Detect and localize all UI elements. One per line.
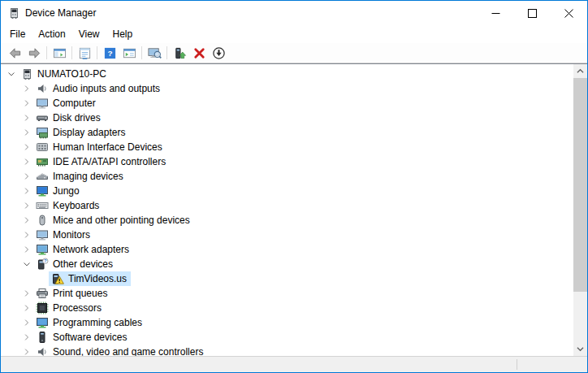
tree-item-display-adapters[interactable]: Display adapters bbox=[1, 125, 573, 140]
chevron-expanded-icon[interactable] bbox=[5, 67, 18, 80]
help-button[interactable]: ? bbox=[100, 44, 119, 62]
computer-device-icon bbox=[20, 67, 33, 80]
chevron-collapsed-icon[interactable] bbox=[20, 155, 33, 168]
forward-button[interactable] bbox=[24, 44, 44, 62]
chevron-collapsed-icon[interactable] bbox=[20, 228, 33, 241]
tree-item-sound-video-and-game-controllers[interactable]: Sound, video and game controllers bbox=[1, 345, 573, 356]
device-manager-window: Device Manager File Action View Help ? N… bbox=[0, 0, 588, 373]
tree-item-processors[interactable]: Processors bbox=[1, 301, 573, 315]
display-adapter-icon bbox=[36, 126, 49, 139]
tree-item-label: Sound, video and game controllers bbox=[53, 346, 205, 356]
tree-item-label: Other devices bbox=[53, 258, 115, 270]
scan-hardware-changes-icon bbox=[148, 46, 162, 60]
toolbar-separator bbox=[71, 46, 72, 59]
tree-item-programming-cables[interactable]: Programming cables bbox=[1, 315, 573, 330]
chevron-collapsed-icon[interactable] bbox=[20, 287, 33, 300]
tree-item-label: Monitors bbox=[53, 229, 93, 241]
tree-item-print-queues[interactable]: Print queues bbox=[1, 286, 573, 301]
programming-cable-icon bbox=[36, 316, 49, 329]
chevron-collapsed-icon[interactable] bbox=[20, 316, 33, 329]
menu-help[interactable]: Help bbox=[106, 26, 140, 42]
tree-item-keyboards[interactable]: Keyboards bbox=[1, 198, 573, 213]
window-controls bbox=[478, 1, 587, 25]
uninstall-device-button[interactable] bbox=[189, 44, 209, 62]
tree-item-human-interface-devices[interactable]: Human Interface Devices bbox=[1, 140, 573, 154]
properties-button[interactable] bbox=[75, 44, 94, 62]
scroll-down-button[interactable] bbox=[573, 342, 587, 356]
chevron-collapsed-icon[interactable] bbox=[20, 214, 33, 227]
update-driver-button[interactable] bbox=[170, 44, 189, 62]
minimize-button[interactable] bbox=[478, 1, 514, 25]
tree-item-label: Disk drives bbox=[53, 112, 103, 124]
menu-view[interactable]: View bbox=[72, 26, 106, 42]
jungo-device-icon bbox=[36, 184, 49, 197]
hid-device-icon bbox=[36, 141, 49, 154]
status-bar-separator bbox=[517, 359, 517, 370]
chevron-collapsed-icon[interactable] bbox=[20, 331, 33, 344]
window-title: Device Manager bbox=[25, 7, 96, 19]
tree-item-label: TimVideos.us bbox=[68, 273, 129, 284]
disk-drive-icon bbox=[36, 111, 49, 124]
tree-item-label: Software devices bbox=[53, 332, 129, 343]
scan-hardware-changes-button[interactable] bbox=[145, 44, 164, 62]
chevron-collapsed-icon[interactable] bbox=[20, 301, 33, 314]
title-bar[interactable]: Device Manager bbox=[1, 1, 587, 25]
chevron-collapsed-icon[interactable] bbox=[20, 111, 33, 124]
network-adapter-icon bbox=[36, 243, 49, 256]
tree-item-disk-drives[interactable]: Disk drives bbox=[1, 111, 573, 125]
scrollbar-thumb[interactable] bbox=[573, 78, 587, 292]
chevron-expanded-icon[interactable] bbox=[20, 258, 33, 271]
toolbar: ? bbox=[1, 43, 587, 63]
chevron-collapsed-icon[interactable] bbox=[20, 184, 33, 197]
properties-icon bbox=[78, 46, 92, 60]
audio-device-icon bbox=[36, 82, 49, 95]
tree-item-computer[interactable]: Computer bbox=[1, 96, 573, 111]
svg-text:?: ? bbox=[107, 49, 112, 58]
tree-item-mice-and-other-pointing-devices[interactable]: Mice and other pointing devices bbox=[1, 213, 573, 228]
chevron-collapsed-icon[interactable] bbox=[20, 345, 33, 356]
chevron-collapsed-icon[interactable] bbox=[20, 199, 33, 212]
tree-item-monitors[interactable]: Monitors bbox=[1, 228, 573, 242]
tree-item-jungo[interactable]: Jungo bbox=[1, 184, 573, 198]
tree-item-timvideos-us[interactable]: TimVideos.us bbox=[1, 271, 573, 286]
menu-file[interactable]: File bbox=[3, 26, 32, 42]
tree-item-ide-ata-atapi-controllers[interactable]: IDE ATA/ATAPI controllers bbox=[1, 154, 573, 169]
scrollbar-track[interactable] bbox=[573, 292, 587, 342]
tree-item-network-adapters[interactable]: Network adapters bbox=[1, 242, 573, 257]
show-console-tree-button[interactable] bbox=[50, 44, 69, 62]
back-icon bbox=[8, 46, 22, 60]
maximize-button[interactable] bbox=[514, 1, 551, 25]
tree-item-imaging-devices[interactable]: Imaging devices bbox=[1, 169, 573, 184]
menu-action[interactable]: Action bbox=[32, 26, 71, 42]
tree-item-label: Human Interface Devices bbox=[53, 141, 165, 153]
console-pane: NUMATO10-PCAudio inputs and outputsCompu… bbox=[1, 63, 587, 356]
tree-item-other-devices[interactable]: ?Other devices bbox=[1, 257, 573, 271]
chevron-collapsed-icon[interactable] bbox=[20, 243, 33, 256]
unknown-device-icon: ? bbox=[36, 258, 49, 271]
forward-icon bbox=[28, 46, 41, 60]
chevron-down-icon bbox=[577, 345, 584, 353]
tree-item-label: Network adapters bbox=[53, 244, 132, 255]
show-action-pane-icon bbox=[123, 46, 136, 60]
tree-item-audio-inputs-and-outputs[interactable]: Audio inputs and outputs bbox=[1, 81, 573, 96]
tree-item-label: Keyboards bbox=[53, 200, 102, 211]
toolbar-separator bbox=[97, 46, 97, 59]
close-button[interactable] bbox=[551, 1, 587, 25]
chevron-collapsed-icon[interactable] bbox=[20, 82, 33, 95]
vertical-scrollbar bbox=[573, 64, 587, 356]
chevron-collapsed-icon[interactable] bbox=[20, 126, 33, 139]
tree-item-numato10-pc[interactable]: NUMATO10-PC bbox=[1, 67, 573, 81]
tree-item-label: Computer bbox=[53, 98, 98, 109]
disable-device-button[interactable] bbox=[209, 44, 228, 62]
chevron-collapsed-icon[interactable] bbox=[20, 141, 33, 154]
tree-item-software-devices[interactable]: Software devices bbox=[1, 330, 573, 345]
chevron-collapsed-icon[interactable] bbox=[20, 97, 33, 110]
show-action-pane-button[interactable] bbox=[119, 44, 139, 62]
back-button[interactable] bbox=[5, 44, 24, 62]
tree-item-label: Processors bbox=[53, 302, 104, 314]
chevron-collapsed-icon[interactable] bbox=[20, 170, 33, 183]
tree-item-label: IDE ATA/ATAPI controllers bbox=[53, 156, 168, 167]
device-manager-app-icon bbox=[7, 7, 20, 20]
scroll-up-button[interactable] bbox=[573, 64, 587, 78]
tree-item-label: NUMATO10-PC bbox=[37, 68, 109, 80]
